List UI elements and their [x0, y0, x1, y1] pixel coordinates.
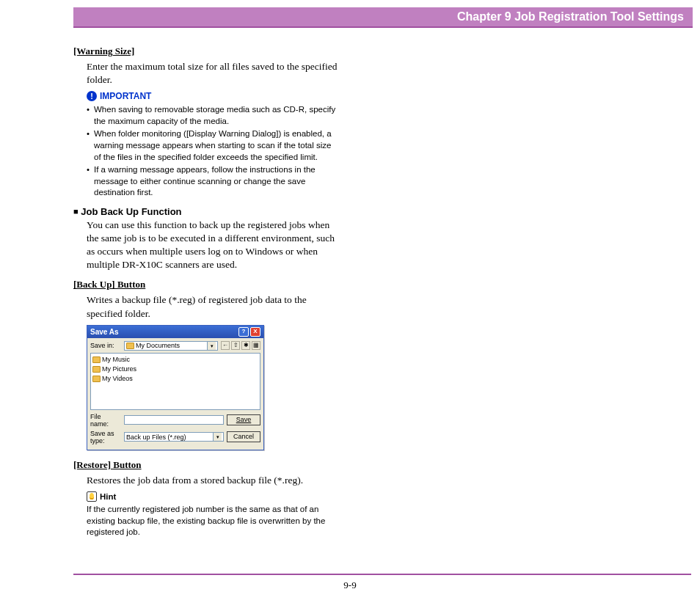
file-name-label: File name:: [90, 413, 121, 428]
back-icon[interactable]: ←: [221, 341, 230, 350]
list-item-label: My Music: [102, 356, 130, 363]
hint-callout: Hint: [87, 491, 338, 502]
heading-job-backup: ■ Job Back Up Function: [73, 206, 338, 217]
square-bullet-icon: ■: [73, 207, 79, 216]
save-in-dropdown[interactable]: My Documents ▾: [124, 341, 218, 351]
list-item-label: My Pictures: [102, 365, 136, 373]
hint-label: Hint: [100, 492, 116, 501]
body-warning-size: Enter the maximum total size for all fil…: [87, 60, 338, 87]
save-as-type-label: Save as type:: [90, 430, 121, 444]
file-list[interactable]: My Music My Pictures My Videos: [90, 353, 260, 410]
chevron-down-icon: ▾: [213, 433, 222, 441]
heading-backup-button: [Back Up] Button: [73, 279, 145, 290]
hint-icon: [87, 491, 97, 502]
chapter-header: Chapter 9 Job Registration Tool Settings: [73, 7, 693, 28]
list-item: If a warning message appears, follow the…: [87, 164, 338, 199]
important-callout: ! IMPORTANT: [87, 91, 338, 101]
save-as-type-value: Back up Files (*.reg): [126, 433, 186, 441]
important-icon: !: [87, 91, 97, 101]
save-as-type-dropdown[interactable]: Back up Files (*.reg) ▾: [124, 432, 224, 442]
save-button[interactable]: Save: [227, 414, 260, 425]
list-item[interactable]: My Music: [92, 355, 258, 365]
new-folder-icon[interactable]: ✱: [241, 341, 250, 350]
folder-icon: [126, 343, 134, 349]
important-bullets: When saving to removable storage media s…: [87, 104, 338, 198]
page-number: 9-9: [0, 579, 700, 591]
list-item: When saving to removable storage media s…: [87, 104, 338, 127]
up-folder-icon[interactable]: ⇧: [231, 341, 240, 350]
main-column: [Warning Size] Enter the maximum total s…: [73, 28, 338, 538]
important-label: IMPORTANT: [100, 91, 151, 101]
save-as-dialog: Save As ? X Save in: My Documents ▾ ← ⇧: [87, 325, 264, 450]
heading-job-backup-text: Job Back Up Function: [81, 206, 181, 217]
help-icon[interactable]: ?: [238, 327, 249, 337]
body-restore-button: Restores the job data from a stored back…: [87, 474, 338, 487]
cancel-button[interactable]: Cancel: [227, 431, 260, 442]
save-in-value: My Documents: [136, 342, 180, 349]
footer-rule: [73, 574, 691, 575]
hint-body: If the currently registered job number i…: [87, 504, 338, 538]
view-menu-icon[interactable]: ▦: [252, 341, 260, 350]
folder-icon: [92, 366, 101, 373]
body-job-backup: You can use this function to back up the…: [87, 219, 338, 272]
dialog-titlebar: Save As ? X: [87, 326, 263, 338]
close-icon[interactable]: X: [250, 327, 260, 337]
list-item[interactable]: My Videos: [92, 374, 258, 384]
dialog-title-text: Save As: [90, 328, 119, 336]
heading-restore-button: [Restore] Button: [73, 459, 142, 471]
list-item[interactable]: My Pictures: [92, 365, 258, 374]
list-item: When folder monitoring ([Display Warning…: [87, 128, 338, 163]
list-item-label: My Videos: [102, 375, 133, 382]
folder-icon: [92, 356, 101, 363]
heading-warning-size: [Warning Size]: [73, 45, 134, 57]
body-backup-button: Writes a backup file (*.reg) of register…: [87, 293, 338, 320]
chevron-down-icon: ▾: [207, 342, 216, 350]
folder-icon: [92, 376, 101, 382]
save-in-label: Save in:: [90, 342, 121, 349]
file-name-input[interactable]: [124, 415, 224, 425]
